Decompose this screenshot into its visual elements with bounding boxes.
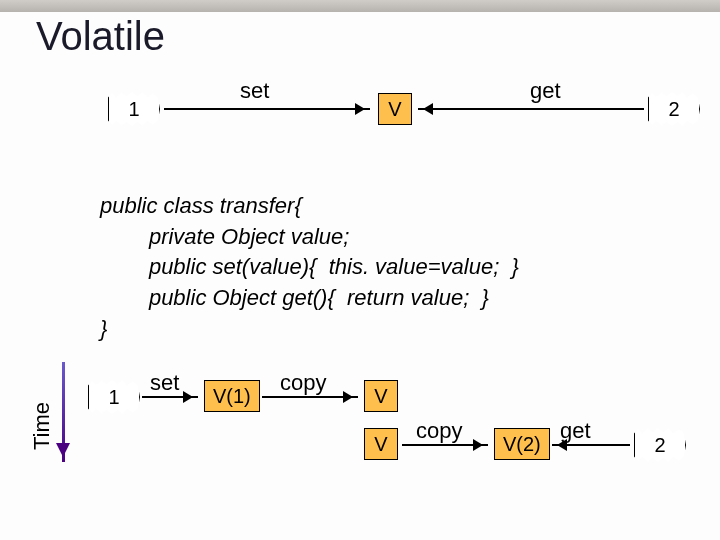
code-line-5: } bbox=[100, 316, 107, 341]
thread-1-label: 1 bbox=[128, 98, 139, 121]
thread-1-star: 1 bbox=[108, 90, 160, 128]
var-v2-text: V(2) bbox=[503, 433, 541, 456]
arrow-set-row2 bbox=[142, 396, 198, 398]
var-v-row2a: V bbox=[364, 380, 398, 412]
page-title: Volatile bbox=[36, 14, 165, 59]
slide: Volatile 1 set V get 2 public class tran… bbox=[0, 0, 720, 540]
arrow-get-row1 bbox=[418, 108, 644, 110]
var-v2-box: V(2) bbox=[494, 428, 550, 460]
code-line-1: public class transfer{ bbox=[100, 193, 302, 218]
thread-2-star: 2 bbox=[648, 90, 700, 128]
var-v1-box: V(1) bbox=[204, 380, 260, 412]
var-v-text-row2a: V bbox=[374, 385, 387, 408]
op-copy-label-row2b: copy bbox=[416, 418, 462, 444]
thread-2-label: 2 bbox=[668, 98, 679, 121]
time-axis bbox=[62, 362, 65, 462]
slide-top-accent bbox=[0, 0, 720, 12]
var-v-row2b: V bbox=[364, 428, 398, 460]
thread-2-label-b: 2 bbox=[654, 434, 665, 457]
op-get-label-row1: get bbox=[530, 78, 561, 104]
thread-1-star-b: 1 bbox=[88, 378, 140, 416]
arrow-set-row1 bbox=[164, 108, 370, 110]
arrow-get-row2b bbox=[552, 444, 630, 446]
arrow-copy-row2a bbox=[262, 396, 358, 398]
var-v-row1: V bbox=[378, 93, 412, 125]
var-v1-text: V(1) bbox=[213, 385, 251, 408]
var-v-text-row1: V bbox=[388, 98, 401, 121]
op-set-label-row2: set bbox=[150, 370, 179, 396]
arrow-copy-row2b bbox=[402, 444, 488, 446]
var-v-text-row2b: V bbox=[374, 433, 387, 456]
code-line-3: public set(value){ this. value=value; } bbox=[100, 254, 519, 279]
thread-1-label-b: 1 bbox=[108, 386, 119, 409]
op-copy-label-row2a: copy bbox=[280, 370, 326, 396]
code-line-4: public Object get(){ return value; } bbox=[100, 285, 489, 310]
thread-2-star-b: 2 bbox=[634, 426, 686, 464]
op-set-label-row1: set bbox=[240, 78, 269, 104]
code-block: public class transfer{ private Object va… bbox=[100, 160, 519, 345]
time-axis-label: Time bbox=[29, 402, 55, 450]
code-line-2: private Object value; bbox=[100, 224, 349, 249]
